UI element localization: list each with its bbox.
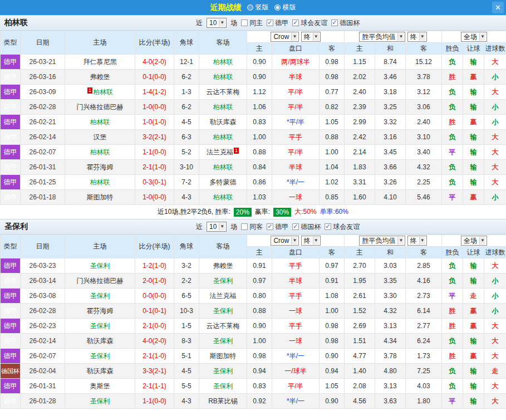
euro-draw-odds: 3.45 <box>375 145 406 160</box>
euro-lose-odds: 1.73 <box>406 349 442 364</box>
team-name: 拜仁慕尼黑 <box>83 58 117 66</box>
away-team: 柏林联 <box>199 130 247 145</box>
match-row: 德甲26-01-18斯图加特1-0(0-0)4-3柏林联1.03一球0.851.… <box>1 190 506 205</box>
home-team: 圣保利 <box>65 258 135 274</box>
league-type: 德甲 <box>1 130 21 145</box>
team-name: 柏林联 <box>213 103 233 111</box>
team-name: 柏林联 <box>90 118 110 126</box>
scope-select[interactable]: 全场 ▼ <box>461 236 487 246</box>
goals-result: 小 <box>484 190 506 205</box>
team-name: 柏林联 <box>213 58 233 66</box>
filter-checkbox-friendly[interactable]: 球会友谊 <box>325 222 360 232</box>
match-date: 26-03-14 <box>21 274 65 289</box>
league-type: 德甲 <box>1 115 21 130</box>
match-date: 26-02-21 <box>21 115 65 130</box>
home-handicap-odds: 0.90 <box>247 55 272 70</box>
filter-checkbox-bundesliga[interactable]: 德甲 <box>267 18 288 28</box>
bookmaker-select[interactable]: Crow ▼ <box>271 32 299 42</box>
games-label: 场 <box>230 222 237 232</box>
summary-text: 近10场,胜2平2负6, 胜率: <box>158 207 230 217</box>
home-team: 斯图加特 <box>65 190 135 205</box>
col-home: 主场 <box>65 235 135 258</box>
col-euro-win: 主 <box>345 43 375 55</box>
close-icon[interactable]: ✕ <box>492 2 504 13</box>
team-name: 圣保利 <box>213 367 233 375</box>
average-odds-select[interactable]: 胜平负均值 ▼ <box>359 236 405 246</box>
team-name: 柏林联 <box>213 73 233 81</box>
euro-lose-odds: 3.10 <box>406 130 442 145</box>
layout-option-vertical[interactable]: 竖版 <box>247 3 269 12</box>
team-name: 霍芬海姆 <box>87 307 114 315</box>
match-score: 4-0(2-0) <box>135 55 174 70</box>
match-date: 26-01-18 <box>21 190 65 205</box>
away-handicap-odds: 1.05 <box>320 115 345 130</box>
final-odds-select[interactable]: 终 ▼ <box>301 236 321 246</box>
away-handicap-odds: 0.91 <box>320 274 345 289</box>
euro-win-odds: 2.69 <box>345 319 375 334</box>
match-score: 0-1(0-1) <box>135 304 174 319</box>
recent-count-select[interactable]: 10 ▼ <box>207 222 227 232</box>
filter-checkbox-same-home[interactable]: 同主 <box>241 18 263 28</box>
filter-checkbox-friendly[interactable]: 球会友谊 <box>292 18 327 28</box>
corner-score: 8-3 <box>174 334 199 349</box>
handicap-line: 平手 <box>272 289 320 304</box>
away-handicap-odds: 0.90 <box>320 349 345 364</box>
away-team: 圣保利 <box>199 379 247 394</box>
league-type: 德国杯 <box>1 364 21 379</box>
match-date: 26-02-28 <box>21 100 65 115</box>
team-title: 柏林联 <box>0 18 28 28</box>
euro-lose-odds: 4.03 <box>406 379 442 394</box>
away-handicap-odds: 1.00 <box>320 145 345 160</box>
euro-win-odds: 1.40 <box>345 364 375 379</box>
handicap-line: 两/两球半 <box>272 55 320 70</box>
recent-count-select[interactable]: 10 ▼ <box>207 18 227 28</box>
away-handicap-odds: 0.90 <box>320 394 345 409</box>
handicap-result: 输 <box>463 258 484 274</box>
filter-checkbox-cup[interactable]: 德国杯 <box>331 18 360 28</box>
league-type: 德甲 <box>1 289 21 304</box>
result: 负 <box>442 55 463 70</box>
away-handicap-odds: 0.98 <box>320 334 345 349</box>
chevron-down-icon: ▼ <box>479 33 485 41</box>
match-date: 26-01-28 <box>21 394 65 409</box>
checkbox-label: 同客 <box>249 222 263 232</box>
home-team: 门兴格拉德巴赫 <box>65 274 135 289</box>
home-team: 霍芬海姆 <box>65 160 135 175</box>
match-score: 1-0(0-0) <box>135 100 174 115</box>
result: 负 <box>442 100 463 115</box>
final-odds-select[interactable]: 终 ▼ <box>301 32 321 42</box>
filter-checkbox-cup[interactable]: 德国杯 <box>292 222 321 232</box>
filter-checkbox-same-away[interactable]: 同客 <box>241 222 263 232</box>
euro-draw-odds: 3.35 <box>375 274 406 289</box>
scope-select[interactable]: 全场 ▼ <box>461 32 487 42</box>
euro-draw-odds: 4.10 <box>375 190 406 205</box>
final-odds-select[interactable]: 终 ▼ <box>407 236 427 246</box>
home-handicap-odds: 0.88 <box>247 304 272 319</box>
col-euro-lose: 客 <box>406 247 442 258</box>
col-goals: 进球数 <box>484 43 506 55</box>
red-card-badge: 1 <box>234 148 239 154</box>
goals-result: 小 <box>484 100 506 115</box>
layout-option-horizontal[interactable]: 横版 <box>274 3 296 12</box>
select-value: 胜平负均值 <box>362 32 395 42</box>
filter-checkbox-bundesliga[interactable]: 德甲 <box>267 222 288 232</box>
league-type: 德甲 <box>1 349 21 364</box>
corner-score: 6-3 <box>174 130 199 145</box>
col-h-odds: 主 <box>247 247 272 258</box>
away-team: RB莱比锡 <box>199 394 247 409</box>
final-odds-select[interactable]: 终 ▼ <box>407 32 427 42</box>
away-handicap-odds: 1.00 <box>320 304 345 319</box>
euro-draw-odds: 3.03 <box>375 258 406 274</box>
away-handicap-odds: 1.04 <box>320 160 345 175</box>
match-date: 26-02-07 <box>21 349 65 364</box>
chevron-down-icon: ▼ <box>419 33 425 41</box>
corner-score: 6-5 <box>174 289 199 304</box>
goals-result: 大 <box>484 175 506 190</box>
result: 负 <box>442 160 463 175</box>
home-team: 霍芬海姆 <box>65 304 135 319</box>
average-odds-select[interactable]: 胜平负均值 ▼ <box>359 32 405 42</box>
bookmaker-select[interactable]: Crow ▼ <box>271 236 299 246</box>
away-handicap-odds: 0.82 <box>320 100 345 115</box>
handicap-line: 半球 <box>272 160 320 175</box>
match-date: 26-03-08 <box>21 289 65 304</box>
